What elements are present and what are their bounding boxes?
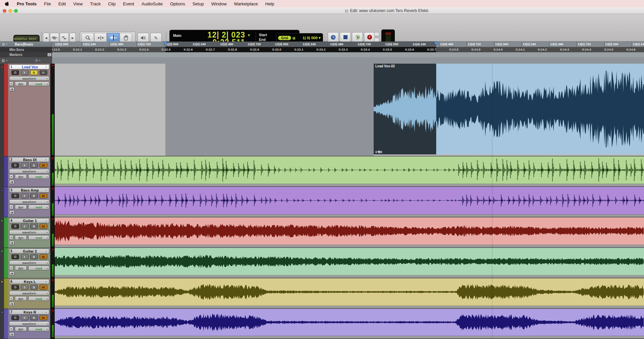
chevron-down-icon[interactable]: ▾ [39, 59, 41, 62]
menu-pro-tools[interactable]: Pro Tools [13, 1, 40, 6]
timebase-button[interactable]: ◔ [9, 271, 14, 276]
menu-track[interactable]: Track [86, 1, 104, 6]
elastic-audio-button[interactable]: * [9, 266, 13, 270]
track-view-selector[interactable]: waveform▾ [9, 230, 49, 234]
elastic-audio-button[interactable]: * [9, 174, 13, 179]
edit-selection-region[interactable] [165, 64, 374, 156]
dyn-button[interactable]: dyn [15, 81, 27, 86]
automation-mode-selector[interactable]: read▾ [28, 266, 49, 270]
audio-clip-bass-di[interactable] [55, 156, 644, 184]
track-list-menu-icon[interactable]: ▥ [2, 59, 5, 62]
ruler-label-bars-beats[interactable]: ▤▾Bars|Beats [0, 42, 52, 47]
menu-help[interactable]: Help [262, 1, 278, 6]
menu-audiosuite[interactable]: AudioSuite [138, 1, 166, 6]
menu-setup[interactable]: Setup [189, 1, 208, 6]
add-marker-button[interactable]: + [47, 53, 52, 57]
elastic-audio-button[interactable]: * [9, 235, 13, 240]
menu-edit[interactable]: Edit [55, 1, 69, 6]
menu-options[interactable]: Options [166, 1, 189, 6]
audio-clip-lead-vox[interactable] [436, 64, 644, 154]
chevron-down-icon[interactable]: ▾ [6, 43, 8, 46]
track-view-selector[interactable]: waveform▾ [9, 321, 49, 326]
elastic-audio-button[interactable]: * [9, 327, 13, 331]
selection-end-marker[interactable] [434, 42, 438, 45]
mute-button[interactable]: M [40, 315, 47, 320]
chevron-down-icon[interactable]: ▾ [46, 189, 49, 191]
solo-button[interactable]: S [30, 315, 38, 320]
mute-button[interactable]: M [40, 70, 47, 75]
track-name[interactable]: Bass Amp [14, 188, 46, 192]
grid-menu-arrow[interactable]: ▼ [319, 37, 321, 40]
menu-marketplace[interactable]: Marketplace [230, 1, 262, 6]
record-enable-button[interactable] [11, 193, 19, 198]
audio-clip-keys-r[interactable] [55, 309, 644, 336]
mute-button[interactable]: M [40, 193, 47, 198]
record-enable-button[interactable] [11, 70, 19, 75]
audio-clip-selected-region[interactable]: Lead Vox-020 dB [374, 64, 436, 154]
menu-clip[interactable]: Clip [104, 1, 119, 6]
record-enable-button[interactable] [11, 315, 19, 320]
solo-button[interactable]: S [30, 254, 38, 259]
menu-view[interactable]: View [69, 1, 86, 6]
minimize-window-button[interactable] [8, 9, 12, 13]
record-enable-button[interactable] [11, 285, 19, 290]
timebase-clock-icon[interactable]: ◔ [35, 59, 38, 62]
edit-mode-spot[interactable]: SPOT [27, 36, 39, 41]
close-window-button[interactable] [3, 9, 6, 13]
chevron-down-icon[interactable]: ▾ [46, 280, 49, 283]
mute-button[interactable]: M [40, 285, 47, 290]
chevron-down-icon[interactable]: ▾ [6, 59, 7, 62]
grid-value[interactable]: 1| 0| 000 [303, 36, 318, 40]
audio-clip-keys-l[interactable] [55, 278, 644, 306]
automation-mode-selector[interactable]: read▾ [28, 235, 49, 240]
track-name[interactable]: Keys L [14, 280, 46, 284]
track-name[interactable]: Keys R [14, 310, 46, 314]
chevron-down-icon[interactable]: ▾ [46, 219, 49, 222]
solo-button[interactable]: S [30, 163, 38, 168]
zoom-window-button[interactable] [14, 9, 18, 13]
audio-clip-guitar-2[interactable] [55, 248, 644, 275]
track-name[interactable]: Guitar 1 [14, 219, 46, 223]
dyn-button[interactable]: dyn [15, 174, 27, 179]
record-enable-button[interactable] [11, 163, 19, 168]
elastic-audio-button[interactable]: * [9, 205, 13, 209]
grid-value-button[interactable]: Grid [278, 36, 291, 40]
mute-button[interactable]: M [40, 224, 47, 229]
elastic-audio-button[interactable]: * [9, 81, 13, 86]
audio-clip-bass-amp[interactable] [55, 187, 644, 214]
audio-clip-guitar-1[interactable] [55, 217, 644, 245]
track-view-selector[interactable]: waveform▾ [9, 291, 49, 295]
track-name[interactable]: Bass DI [14, 158, 46, 162]
online-button[interactable] [328, 32, 339, 42]
timebase-button[interactable]: ◔ [9, 302, 14, 306]
menu-file[interactable]: File [40, 1, 55, 6]
ruler-view-icon[interactable]: ▤ [2, 43, 5, 46]
solo-button[interactable]: S [30, 70, 38, 75]
clip-gain-indicator[interactable]: 0 dB [375, 150, 382, 154]
mute-button[interactable]: M [40, 254, 47, 259]
input-monitor-button[interactable]: I [21, 224, 29, 229]
elastic-audio-button[interactable]: * [9, 296, 13, 301]
record-button[interactable]: P [364, 32, 375, 42]
timebase-button[interactable]: ◔ [9, 180, 14, 184]
track-name[interactable]: Lead Vox [14, 65, 46, 69]
automation-mode-selector[interactable]: read▾ [28, 327, 49, 331]
ruler-label-markers[interactable]: Markers [0, 52, 52, 57]
track-view-selector[interactable]: waveform▾ [9, 169, 49, 174]
dyn-button[interactable]: dyn [15, 235, 27, 240]
input-monitor-button[interactable]: I [21, 315, 29, 320]
solo-button[interactable]: S [30, 193, 38, 198]
dyn-button[interactable]: dyn [15, 266, 27, 270]
timebase-button[interactable]: ◔ [9, 210, 14, 215]
apple-menu[interactable] [5, 1, 9, 6]
input-monitor-button[interactable]: I [21, 285, 29, 290]
input-monitor-button[interactable]: I [21, 193, 29, 198]
track-view-selector[interactable]: waveform▾ [9, 260, 49, 265]
automation-mode-selector[interactable]: read▾ [28, 296, 49, 301]
chevron-down-icon[interactable]: ▾ [46, 250, 49, 252]
menu-event[interactable]: Event [119, 1, 138, 6]
track-view-selector[interactable]: waveform▾ [9, 199, 49, 204]
timebase-button[interactable]: ◔ [9, 241, 14, 245]
transport-expand-button-1[interactable] [374, 32, 379, 37]
track-view-selector[interactable]: waveform▾ [9, 76, 49, 81]
